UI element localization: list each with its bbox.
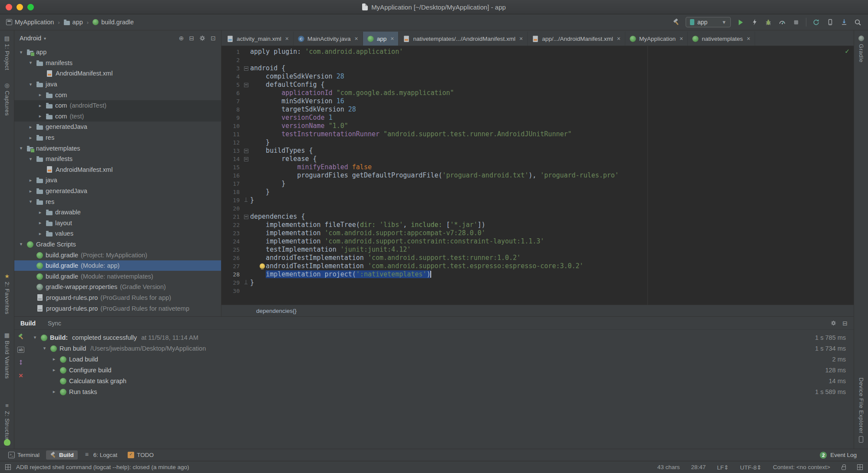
tool-window-button-terminal[interactable]: Terminal bbox=[4, 450, 43, 460]
code-line[interactable]: 17 } bbox=[221, 180, 854, 188]
close-tab-icon[interactable]: × bbox=[355, 35, 358, 42]
lock-icon[interactable] bbox=[842, 466, 846, 470]
tree-item-drawable[interactable]: ▸drawable bbox=[14, 207, 221, 218]
code-line[interactable]: 28 implementation project(':nativetempla… bbox=[221, 270, 854, 279]
close-tab-icon[interactable]: × bbox=[285, 35, 289, 42]
code-line[interactable]: 2 bbox=[221, 56, 854, 64]
chevron-down-icon[interactable]: ▾ bbox=[27, 82, 34, 87]
code-line[interactable]: 27 androidTestImplementation 'com.androi… bbox=[221, 262, 854, 270]
status-item-utf-8[interactable]: UTF-8⇕ bbox=[740, 464, 762, 471]
chevron-down-icon[interactable]: ▾ bbox=[18, 241, 24, 247]
tree-item-values[interactable]: ▸values bbox=[14, 228, 221, 239]
fold-collapse-icon[interactable] bbox=[242, 64, 250, 72]
toggle-view-icon[interactable]: ab bbox=[17, 347, 24, 353]
build-row-run-tasks[interactable]: ▸Run tasks1 s 589 ms bbox=[27, 386, 854, 397]
fold-collapse-icon[interactable] bbox=[242, 213, 250, 221]
chevron-down-icon[interactable]: ▾ bbox=[27, 60, 34, 66]
tree-item-generatedjava[interactable]: ▸generatedJava bbox=[14, 186, 221, 197]
editor-tab-mainactivity-java[interactable]: MainActivity.java× bbox=[294, 32, 363, 46]
chevron-down-icon[interactable]: ▾ bbox=[41, 345, 48, 351]
expand-all-icon[interactable] bbox=[18, 359, 24, 365]
tree-item-java[interactable]: ▾java bbox=[14, 79, 221, 90]
intention-bulb-icon[interactable] bbox=[260, 263, 265, 269]
close-tab-icon[interactable]: × bbox=[680, 35, 683, 42]
code-line[interactable]: 8 targetSdkVersion 28 bbox=[221, 105, 854, 114]
status-item-lf[interactable]: LF⇕ bbox=[717, 464, 729, 471]
fold-collapse-icon[interactable] bbox=[242, 81, 250, 89]
close-tab-icon[interactable]: × bbox=[617, 35, 620, 42]
minimize-window-button[interactable] bbox=[17, 4, 23, 10]
collapse-all-icon[interactable]: ⊟ bbox=[189, 35, 195, 42]
stop-button[interactable] bbox=[792, 18, 800, 26]
chevron-right-icon[interactable]: ▸ bbox=[51, 367, 57, 373]
chevron-down-icon[interactable]: ▾ bbox=[18, 145, 24, 151]
locate-file-icon[interactable]: ⊕ bbox=[179, 35, 184, 42]
build-row-calculate-task-graph[interactable]: Calculate task graph14 ms bbox=[27, 375, 854, 386]
code-line[interactable]: 6 applicationId "com.google.ads.myapplic… bbox=[221, 89, 854, 97]
chevron-down-icon[interactable]: ▾ bbox=[27, 156, 34, 162]
tree-item-layout[interactable]: ▸layout bbox=[14, 218, 221, 229]
breadcrumb-dependencies[interactable]: dependencies{} bbox=[256, 308, 297, 314]
close-icon[interactable]: × bbox=[19, 372, 23, 379]
chevron-down-icon[interactable]: ▾ bbox=[27, 199, 34, 204]
code-line[interactable]: 14 release { bbox=[221, 155, 854, 163]
tool-button-build-variants[interactable]: ▦Build Variants bbox=[0, 332, 14, 379]
tree-item-app[interactable]: ▾app bbox=[14, 47, 221, 58]
tree-item-java[interactable]: ▸java bbox=[14, 175, 221, 186]
chevron-right-icon[interactable]: ▸ bbox=[27, 135, 34, 141]
chevron-right-icon[interactable]: ▸ bbox=[27, 177, 34, 183]
build-hammer-icon[interactable] bbox=[672, 18, 680, 26]
tree-item-generatedjava[interactable]: ▸generatedJava bbox=[14, 122, 221, 132]
tree-item-androidmanifest-xml[interactable]: AndroidManifest.xml bbox=[14, 68, 221, 79]
chevron-down-icon[interactable]: ▾ bbox=[32, 335, 38, 340]
chevron-down-icon[interactable]: ▾ bbox=[18, 49, 24, 55]
apply-changes-icon[interactable] bbox=[750, 18, 759, 26]
project-view-selector[interactable]: Android ▾ bbox=[20, 35, 46, 42]
tool-window-button-todo[interactable]: TODO bbox=[124, 450, 158, 460]
tree-item-com-test[interactable]: ▸com(test) bbox=[14, 111, 221, 122]
close-tab-icon[interactable]: × bbox=[519, 35, 523, 42]
code-line[interactable]: 15 minifyEnabled false bbox=[221, 163, 854, 171]
restart-build-icon[interactable] bbox=[17, 333, 24, 340]
code-line[interactable]: 9 versionCode 1 bbox=[221, 114, 854, 122]
chevron-right-icon[interactable]: ▸ bbox=[37, 210, 43, 215]
breadcrumb-item-myapplication[interactable]: MyApplication bbox=[6, 19, 54, 26]
code-line[interactable]: 3android { bbox=[221, 64, 854, 72]
code-line[interactable]: 13 buildTypes { bbox=[221, 147, 854, 155]
gear-icon[interactable] bbox=[199, 35, 205, 41]
tree-item-proguard-rules-pro-proguard-rules-for-app[interactable]: proguard-rules.pro(ProGuard Rules for ap… bbox=[14, 292, 221, 303]
run-config-select[interactable]: app ▼ bbox=[686, 17, 731, 27]
tool-button-device-file-explorer[interactable]: Device File Explorer bbox=[854, 378, 868, 443]
code-line[interactable]: 11 testInstrumentationRunner "android.su… bbox=[221, 130, 854, 138]
code-line[interactable]: 7 minSdkVersion 16 bbox=[221, 97, 854, 105]
tool-window-button-build[interactable]: Build bbox=[46, 450, 78, 460]
code-line[interactable]: 1apply plugin: 'com.android.application' bbox=[221, 48, 854, 56]
code-line[interactable]: 24 implementation 'com.android.support.c… bbox=[221, 237, 854, 246]
build-row-load-build[interactable]: ▸Load build2 ms bbox=[27, 354, 854, 365]
tool-button-2-favorites[interactable]: ★2: Favorites bbox=[0, 273, 14, 314]
hide-panel-icon[interactable]: ⊟ bbox=[842, 320, 848, 327]
code-line[interactable]: 25 testImplementation 'junit:junit:4.12' bbox=[221, 246, 854, 254]
code-line[interactable]: 20 bbox=[221, 204, 854, 213]
code-line[interactable]: 19} bbox=[221, 196, 854, 204]
zoom-window-button[interactable] bbox=[27, 4, 34, 10]
tree-item-gradle-wrapper-properties-gradle-version[interactable]: gradle-wrapper.properties(Gradle Version… bbox=[14, 282, 221, 292]
status-item-context-no-context[interactable]: Context: <no context> bbox=[773, 464, 830, 471]
code-line[interactable]: 30 bbox=[221, 287, 854, 295]
status-message[interactable]: ADB rejected shell command (logcat --hel… bbox=[16, 464, 189, 470]
tree-item-com-androidtest[interactable]: ▸com(androidTest) bbox=[14, 100, 221, 111]
code-line[interactable]: 21dependencies { bbox=[221, 213, 854, 221]
event-log-button[interactable]: 2 Event Log bbox=[820, 452, 857, 459]
code-line[interactable]: 10 versionName "1.0" bbox=[221, 122, 854, 130]
device-manager-icon[interactable] bbox=[826, 18, 834, 26]
code-line[interactable]: 22 implementation fileTree(dir: 'libs', … bbox=[221, 221, 854, 229]
tree-item-nativetemplates[interactable]: ▾nativetemplates bbox=[14, 143, 221, 154]
tree-item-proguard-rules-pro-proguard-rules-for-nativetemp[interactable]: proguard-rules.pro(ProGuard Rules for na… bbox=[14, 303, 221, 314]
hide-panel-icon[interactable]: ⊡ bbox=[211, 35, 216, 42]
code-line[interactable]: 16 proguardFiles getDefaultProguardFile(… bbox=[221, 171, 854, 180]
sdk-manager-icon[interactable] bbox=[840, 18, 848, 26]
tool-button-z-structure[interactable]: ≡Z: Structure bbox=[0, 403, 14, 443]
tree-item-res[interactable]: ▸res bbox=[14, 132, 221, 143]
code-line[interactable]: 4 compileSdkVersion 28 bbox=[221, 72, 854, 81]
code-line[interactable]: 5 defaultConfig { bbox=[221, 81, 854, 89]
